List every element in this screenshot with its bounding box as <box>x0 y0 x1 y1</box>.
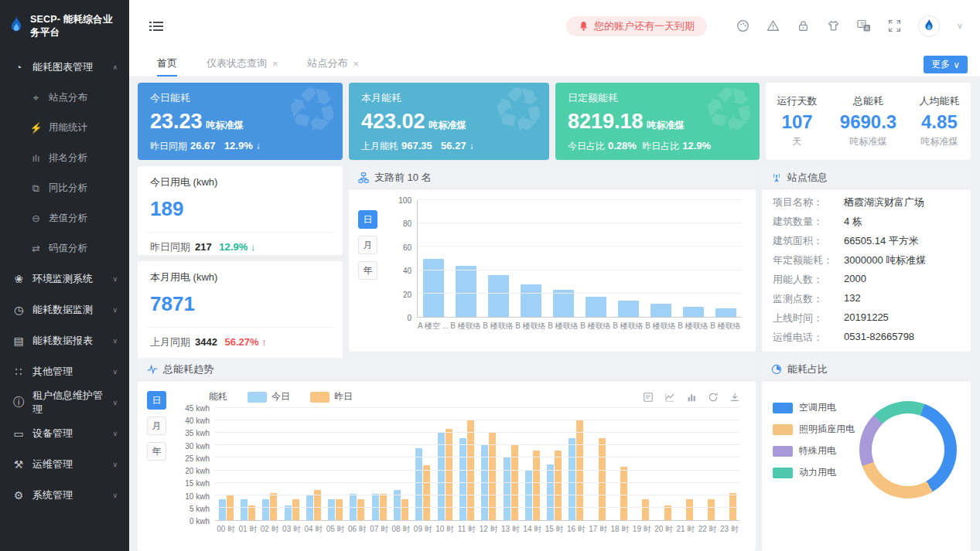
skin-icon[interactable] <box>827 19 840 32</box>
site-info-row: 用能人数：2000 <box>773 273 960 287</box>
site-info-row: 监测点数：132 <box>773 292 960 306</box>
energy-trend-chart: 0 kwh5 kwh10 kwh15 kwh20 kwh25 kwh30 kwh… <box>181 408 740 535</box>
legend-today[interactable]: 今日 <box>248 390 290 403</box>
sidebar-item-energy-data-monitor[interactable]: ◷ 能耗数据监测 ∨ <box>0 294 129 325</box>
toggle-year[interactable]: 年 <box>147 442 166 461</box>
donut-hole <box>872 413 944 486</box>
panel-title: 站点信息 <box>787 171 828 185</box>
tab-close-icon[interactable]: × <box>272 58 278 70</box>
site-info-row: 运维电话：0531-82665798 <box>773 331 960 345</box>
chevron-down-icon: ∨ <box>112 491 118 499</box>
recycle-watermark-icon: ♻ <box>696 83 760 145</box>
sidebar-item-device-mgmt[interactable]: ▭ 设备管理 ∨ <box>0 418 129 449</box>
more-button[interactable]: 更多 ∨ <box>924 56 968 73</box>
bell-icon <box>579 21 589 32</box>
chevron-up-icon: ∧ <box>112 63 118 71</box>
sidebar-item-ranking-analysis[interactable]: ılı 排名分析 <box>0 143 129 173</box>
branch-top10-chart: 020406080100 A 楼空 ...B 楼联络B 楼联络B 楼联络B 楼联… <box>392 200 742 332</box>
tab-meter-status[interactable]: 仪表状态查询 × <box>207 52 278 77</box>
recycle-watermark-icon: ♻ <box>279 83 343 145</box>
tab-site-distribution[interactable]: 站点分布 × <box>308 52 360 77</box>
sidebar-item-env-monitor[interactable]: ❀ 环境监测系统 ∨ <box>0 264 129 294</box>
download-icon[interactable] <box>729 392 740 403</box>
arrow-up-icon: ↑ <box>261 336 267 348</box>
chevron-down-icon[interactable]: ∨ <box>957 21 963 31</box>
sidebar-item-tenant-mgmt[interactable]: ⓘ 租户信息维护管理 ∨ <box>0 387 129 418</box>
refresh-icon[interactable] <box>708 392 719 403</box>
lightning-icon: ⚡ <box>29 122 43 134</box>
sidebar-item-ops-mgmt[interactable]: ⚒ 运维管理 ∨ <box>0 449 129 480</box>
info-icon: ⓘ <box>12 396 26 410</box>
user-avatar[interactable] <box>918 15 940 37</box>
pie-legend: 空调用电 照明插座用电 特殊用电 动力用电 <box>773 401 855 479</box>
recycle-watermark-icon: ♻ <box>486 83 549 145</box>
sidebar-item-energy-chart-mgmt[interactable]: ◔ 能耗图表管理 ∧ <box>0 52 129 83</box>
sidebar-item-site-distribution[interactable]: ⌖ 站点分布 <box>0 83 129 113</box>
line-chart-icon[interactable] <box>664 392 675 403</box>
gear-icon: ⚙ <box>12 489 26 502</box>
sidebar-item-energy-stats[interactable]: ⚡ 用能统计 <box>0 113 129 143</box>
account-expiry-alert[interactable]: 您的账户还有一天到期 <box>566 16 707 36</box>
warning-icon[interactable] <box>767 19 780 32</box>
stat-running-days: 运行天数 107 天 <box>777 94 818 148</box>
legend-power[interactable]: 动力用电 <box>773 466 855 479</box>
legend-special[interactable]: 特殊用电 <box>773 444 855 457</box>
energy-trend-panel: 总能耗趋势 日 月 年 能耗 今日 昨日 <box>138 358 756 551</box>
sidebar-item-energy-report[interactable]: ▤ 能耗数据报表 ∨ <box>0 325 129 356</box>
app-title: SECP- 能耗综合业务平台 <box>30 13 121 39</box>
arrow-down-icon: ↓ <box>470 141 474 151</box>
month-electricity-panel: 本月用电 (kwh) 7871 上月同期3442 56.27% ↑ <box>138 261 343 359</box>
toggle-day[interactable]: 日 <box>358 210 377 229</box>
today-electricity-panel: 今日用电 (kwh) 189 昨日同期217 12.9% ↓ <box>138 166 343 255</box>
chevron-down-icon: ∨ <box>953 60 960 70</box>
legend-lighting[interactable]: 照明插座用电 <box>773 423 855 436</box>
sidebar-item-code-analysis[interactable]: ⇄ 码值分析 <box>0 233 129 264</box>
sitemap-icon <box>358 172 369 183</box>
branch-top10-panel: 支路前 10 名 日 月 年 020406080100 A 楼空 ...B 楼联… <box>349 166 756 352</box>
chevron-down-icon: ∨ <box>112 461 118 468</box>
site-info-row: 上线时间：20191225 <box>773 311 960 325</box>
chevron-down-icon: ∨ <box>112 430 118 437</box>
translate-icon[interactable]: 文A <box>857 19 871 32</box>
kpi-card-today-energy: 今日能耗 23.23吨标准煤 昨日同期26.67 12.9%↓ ♻ <box>138 83 343 160</box>
sidebar-item-diff-analysis[interactable]: ⊖ 差值分析 <box>0 203 129 233</box>
bar-chart-icon[interactable] <box>686 392 697 403</box>
chevron-down-icon: ∨ <box>112 337 118 345</box>
tab-home[interactable]: 首页 <box>157 52 177 77</box>
stat-per-capita-energy: 人均能耗 4.85 吨标准煤 <box>919 94 959 148</box>
sidebar-item-system-mgmt[interactable]: ⚙ 系统管理 ∨ <box>0 480 129 511</box>
trend-legend: 今日 昨日 <box>248 390 353 403</box>
chevron-down-icon: ∨ <box>112 275 118 283</box>
antenna-icon <box>771 172 782 183</box>
stat-total-energy: 总能耗 9690.3 吨标准煤 <box>840 94 896 148</box>
summary-stats-card: 运行天数 107 天 总能耗 9690.3 吨标准煤 人均能耗 4.85 吨标准… <box>766 83 971 160</box>
branch-period-toggles: 日 月 年 <box>358 210 377 280</box>
legend-hvac[interactable]: 空调用电 <box>773 401 855 414</box>
app-logo: SECP- 能耗综合业务平台 <box>0 0 129 52</box>
data-view-icon[interactable] <box>643 392 654 403</box>
tab-close-icon[interactable]: × <box>353 58 360 70</box>
sidebar-item-yoy-analysis[interactable]: ⧉ 同比分析 <box>0 173 129 203</box>
toggle-month[interactable]: 月 <box>147 417 166 435</box>
chart-toolbar <box>643 392 740 403</box>
panel-title: 本月用电 (kwh) <box>150 270 330 284</box>
minus-circle-icon: ⊖ <box>29 213 43 224</box>
arrow-down-icon: ↓ <box>256 141 261 151</box>
palette-icon[interactable] <box>736 19 750 32</box>
site-info-row: 建筑面积：66505.14 平方米 <box>773 234 960 248</box>
flame-logo-icon <box>8 17 25 36</box>
nodes-icon: ⚒ <box>12 458 26 471</box>
trend-period-toggles: 日 月 年 <box>147 391 166 461</box>
top-header: 您的账户还有一天到期 文A ∨ <box>129 0 980 52</box>
lock-icon[interactable] <box>797 19 810 32</box>
antenna-icon: ⌖ <box>29 92 43 104</box>
fullscreen-icon[interactable] <box>888 19 901 32</box>
legend-yesterday[interactable]: 昨日 <box>310 390 353 403</box>
chevron-down-icon: ∨ <box>112 368 118 376</box>
sidebar-item-other-mgmt[interactable]: ∷ 其他管理 ∨ <box>0 356 129 387</box>
toggle-year[interactable]: 年 <box>358 261 377 280</box>
toggle-month[interactable]: 月 <box>358 236 377 254</box>
energy-share-donut-chart <box>859 401 957 498</box>
toggle-day[interactable]: 日 <box>147 391 166 410</box>
collapse-menu-icon[interactable] <box>149 20 163 32</box>
